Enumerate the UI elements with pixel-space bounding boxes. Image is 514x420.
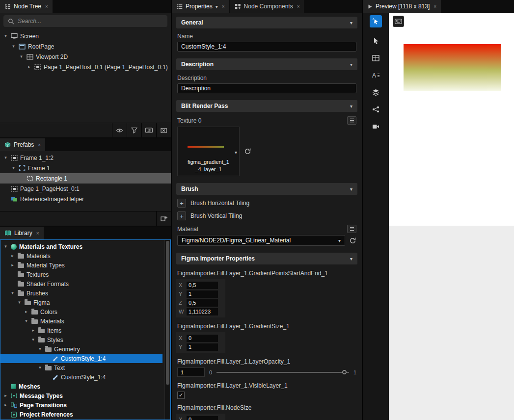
section-description[interactable]: Description [176,58,357,70]
opacity-slider[interactable] [216,372,349,373]
visible-layer-checkbox[interactable] [177,392,185,399]
expander-icon[interactable] [11,166,16,170]
tree-item-pagehost[interactable]: Page 1_PageHost_0:1 (Page 1_PageHost_0:1… [0,62,171,72]
close-icon[interactable] [38,142,41,148]
tab-library[interactable]: Library [0,227,44,239]
add-node-icon[interactable] [156,211,171,226]
close-icon[interactable] [222,4,225,9]
tree-item-referenceimageshelper[interactable]: ReferenceImagesHelper [0,194,171,204]
library-item-customstyle-text[interactable]: CustomStyle_1:4 [0,372,162,382]
x-field[interactable]: 0 [187,335,218,342]
eye-icon[interactable] [112,123,127,137]
z-field[interactable]: 0,5 [187,299,218,307]
library-item-meshes[interactable]: Meshes [0,382,162,391]
filter-icon[interactable] [127,123,141,137]
close-icon[interactable] [45,4,48,9]
tab-properties[interactable]: Properties [172,0,229,13]
tab-node-tree[interactable]: Node Tree [0,0,53,13]
expander-icon[interactable] [3,394,8,398]
expander-icon[interactable] [3,244,8,249]
library-item-colors[interactable]: Colors [0,307,162,316]
tab-preview[interactable]: Preview [1118 x 813] [363,0,441,13]
preview-gradient-rect[interactable] [404,44,501,91]
tree-item-frame1-12[interactable]: Frame 1_1:2 [0,153,171,163]
tab-prefabs[interactable]: Prefabs [0,138,45,151]
expander-icon[interactable] [30,328,36,333]
refresh-icon[interactable] [349,237,356,244]
library-item-items[interactable]: Items [0,326,162,335]
expander-icon[interactable] [11,44,16,49]
scrollbar[interactable] [164,240,170,420]
add-property-button[interactable] [177,199,186,208]
expander-icon[interactable] [30,338,36,342]
virtual-keyboard-button[interactable] [393,16,404,27]
material-asset-menu-button[interactable] [347,225,356,233]
expander-icon[interactable] [3,34,8,38]
tree-item-frame1[interactable]: Frame 1 [0,163,171,173]
expander-icon[interactable] [10,263,15,267]
text-tool-icon[interactable]: A [371,70,381,80]
y-field[interactable]: 1 [187,343,218,351]
scrollbar-thumb[interactable] [166,241,169,385]
section-brush[interactable]: Brush [176,183,357,195]
camera-icon[interactable] [371,121,381,132]
section-blit-render-pass[interactable]: Blit Render Pass [176,100,357,112]
library-item-textures[interactable]: Textures [0,270,162,279]
library-item-material-types[interactable]: Material Types [0,261,162,270]
tree-item-viewport2d[interactable]: Viewport 2D [0,52,171,62]
library-item-message-types[interactable]: Message Types [0,391,162,400]
library-item-text[interactable]: Text [0,363,162,372]
x-field[interactable]: 0 [187,416,218,420]
close-icon[interactable] [36,231,39,236]
description-input[interactable]: Description [177,83,356,93]
node-graph-icon[interactable] [371,104,381,115]
tree-item-rootpage[interactable]: RootPage [0,41,171,52]
grid-view-icon[interactable] [371,52,381,63]
cursor-tool-icon[interactable] [371,35,381,46]
expander-icon[interactable] [37,347,43,351]
close-icon[interactable] [297,4,300,9]
name-input[interactable]: CustomStyle_1:4 [177,42,356,52]
expander-icon[interactable] [27,65,32,69]
library-item-shader-formats[interactable]: Shader Formats [0,279,162,289]
opacity-field[interactable]: 1 [177,368,205,377]
library-item-customstyle-geometry[interactable]: CustomStyle_1:4 [0,354,162,363]
expander-icon[interactable] [24,319,29,323]
refresh-icon[interactable] [244,148,251,155]
library-item-geometry[interactable]: Geometry [0,344,162,354]
slider-handle[interactable] [342,370,347,374]
clear-filter-icon[interactable] [156,123,171,137]
tree-item-rectangle1[interactable]: Rectangle 1 [0,173,171,184]
section-general[interactable]: General [176,17,357,28]
preview-page[interactable] [389,13,514,226]
expander-icon[interactable] [19,54,24,59]
tab-node-components[interactable]: Node Components [230,0,304,13]
library-item-materials[interactable]: Materials [0,251,162,261]
y-field[interactable]: 1 [187,290,218,298]
tree-item-pagehost-prefab[interactable]: Page 1_PageHost_0:1 [0,184,171,194]
close-icon[interactable] [433,4,436,9]
material-select[interactable]: Figma/NODE2D/Figma_GLinear_Material [177,235,345,246]
library-item-materials-sub[interactable]: Materials [0,316,162,326]
texture-dropdown[interactable]: figma_gradient_1 _4_layer_1 [177,127,240,176]
expander-icon[interactable] [10,291,15,295]
library-item-project-references[interactable]: Project References [0,410,162,419]
pick-node-tool-button[interactable] [370,15,382,27]
search-input[interactable] [18,18,163,25]
library-item-styles[interactable]: Styles [0,335,162,344]
library-item-brushes[interactable]: Brushes [0,289,162,298]
w-field[interactable]: 1,110223 [187,308,218,315]
x-field[interactable]: 0,5 [187,282,218,289]
keyboard-icon[interactable] [141,123,156,137]
preview-canvas[interactable] [389,13,514,420]
expander-icon[interactable] [3,156,8,160]
texture-asset-menu-button[interactable] [347,116,356,125]
tree-item-screen[interactable]: Screen [0,31,171,41]
expander-icon[interactable] [17,300,22,305]
add-property-button[interactable] [177,211,186,220]
expander-icon[interactable] [3,403,8,407]
expander-icon[interactable] [24,310,29,314]
layers-icon[interactable] [371,87,381,98]
expander-icon[interactable] [37,366,43,370]
library-item-materials-and-textures[interactable]: Materials and Textures [0,242,162,251]
